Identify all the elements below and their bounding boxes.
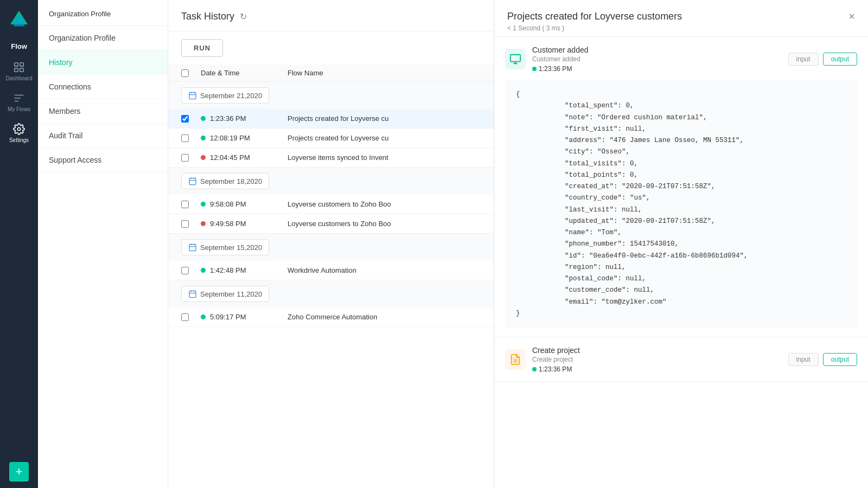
svg-rect-10 bbox=[189, 291, 196, 298]
step-subname: Create project bbox=[532, 356, 782, 363]
table-row[interactable]: 9:58:08 PM Loyverse customers to Zoho Bo… bbox=[168, 195, 494, 214]
svg-rect-8 bbox=[189, 178, 196, 185]
table-row[interactable]: 12:08:19 PM Projects created for Loyvers… bbox=[168, 129, 494, 148]
sidebar-header: Organization Profile bbox=[38, 0, 168, 26]
step-tab-output[interactable]: output bbox=[823, 53, 857, 66]
row-checkbox[interactable] bbox=[181, 201, 189, 208]
step-meta: Customer added Customer added 1:23:36 PM bbox=[532, 46, 782, 73]
date-label-sep18: September 18,2020 bbox=[181, 173, 269, 189]
step-icon-customer-added bbox=[505, 49, 526, 69]
status-dot-green bbox=[201, 116, 206, 121]
row-checkbox[interactable] bbox=[181, 154, 189, 162]
table-row[interactable]: 1:42:48 PM Workdrive Automation bbox=[168, 261, 494, 280]
row-flowname: Loyverse items synced to Invent bbox=[288, 153, 481, 162]
task-history-header: Task History ↻ bbox=[168, 0, 494, 31]
row-datetime: 9:58:08 PM bbox=[201, 200, 288, 208]
main-content: Task History ↻ RUN Date & Time Flow Name… bbox=[168, 0, 494, 488]
panel-body: Customer added Customer added 1:23:36 PM… bbox=[494, 37, 868, 488]
status-dot-green bbox=[201, 268, 206, 273]
date-group-sep21: September 21,2020 bbox=[168, 82, 494, 109]
step-tab-output[interactable]: output bbox=[823, 353, 857, 366]
sidebar-item-org-profile[interactable]: Organization Profile bbox=[38, 26, 168, 50]
sidebar-item-connections[interactable]: Connections bbox=[38, 75, 168, 99]
nav-settings-label: Settings bbox=[9, 137, 29, 143]
step-icon-create-project bbox=[505, 349, 526, 370]
panel-header: Projects created for Loyverse customers … bbox=[494, 0, 868, 37]
row-datetime: 9:49:58 PM bbox=[201, 220, 288, 228]
refresh-icon[interactable]: ↻ bbox=[240, 11, 247, 22]
step-card-create-project: Create project Create project 1:23:36 PM… bbox=[494, 337, 868, 382]
table-row[interactable]: 1:23:36 PM Projects created for Loyverse… bbox=[168, 109, 494, 129]
close-button[interactable]: × bbox=[848, 11, 855, 22]
step-tab-input[interactable]: input bbox=[788, 353, 819, 366]
row-datetime: 1:42:48 PM bbox=[201, 266, 288, 274]
step-header: Create project Create project 1:23:36 PM… bbox=[505, 346, 857, 373]
app-logo[interactable] bbox=[6, 7, 32, 33]
nav-item-settings[interactable]: Settings bbox=[0, 118, 38, 149]
step-tabs: input output bbox=[788, 353, 857, 366]
sidebar-item-members[interactable]: Members bbox=[38, 99, 168, 124]
date-label-sep11: September 11,2020 bbox=[181, 286, 269, 302]
right-panel: Projects created for Loyverse customers … bbox=[494, 0, 868, 488]
svg-rect-5 bbox=[20, 68, 23, 72]
run-button[interactable]: RUN bbox=[181, 39, 223, 57]
step-tabs: input output bbox=[788, 53, 857, 66]
panel-subtitle: < 1 Second ( 3 ms ) bbox=[507, 24, 682, 32]
status-dot-red bbox=[201, 155, 206, 160]
app-nav: Flow Dashboard My Flows Settings + bbox=[0, 0, 38, 488]
table-row[interactable]: 9:49:58 PM Loyverse customers to Zoho Bo… bbox=[168, 214, 494, 234]
step-name: Customer added bbox=[532, 46, 782, 54]
nav-item-myflows[interactable]: My Flows bbox=[0, 87, 38, 118]
row-flowname: Zoho Commerce Automation bbox=[288, 313, 481, 321]
date-label-sep21: September 21,2020 bbox=[181, 87, 269, 104]
select-all-checkbox[interactable] bbox=[181, 69, 189, 77]
table-row[interactable]: 12:04:45 PM Loyverse items synced to Inv… bbox=[168, 148, 494, 168]
svg-point-6 bbox=[17, 127, 21, 131]
row-checkbox[interactable] bbox=[181, 115, 189, 123]
step-time: 1:23:36 PM bbox=[532, 365, 782, 373]
status-dot-red bbox=[201, 221, 206, 226]
step-time: 1:23:36 PM bbox=[532, 65, 782, 73]
row-checkbox[interactable] bbox=[181, 134, 189, 142]
step-meta: Create project Create project 1:23:36 PM bbox=[532, 346, 782, 373]
table-row[interactable]: 5:09:17 PM Zoho Commerce Automation bbox=[168, 307, 494, 327]
col-header-flowname: Flow Name bbox=[288, 69, 481, 77]
table-header: Date & Time Flow Name bbox=[168, 65, 494, 82]
sidebar-item-history[interactable]: History bbox=[38, 50, 168, 75]
row-checkbox[interactable] bbox=[181, 220, 189, 228]
table-body: September 21,2020 1:23:36 PM Projects cr… bbox=[168, 82, 494, 488]
row-checkbox[interactable] bbox=[181, 313, 189, 321]
nav-app-name: Flow bbox=[0, 37, 38, 56]
row-datetime: 1:23:36 PM bbox=[201, 114, 288, 123]
col-header-datetime: Date & Time bbox=[201, 69, 288, 77]
step-tab-input[interactable]: input bbox=[788, 53, 819, 66]
row-datetime: 12:04:45 PM bbox=[201, 153, 288, 162]
nav-myflows-label: My Flows bbox=[8, 106, 30, 112]
svg-rect-7 bbox=[189, 93, 196, 99]
step-status-dot bbox=[532, 367, 537, 371]
sidebar-item-audit-trail[interactable]: Audit Trail bbox=[38, 124, 168, 148]
step-card-customer-added: Customer added Customer added 1:23:36 PM… bbox=[494, 37, 868, 337]
svg-rect-2 bbox=[15, 63, 18, 66]
row-flowname: Projects created for Loyverse cu bbox=[288, 134, 481, 142]
step-name: Create project bbox=[532, 346, 782, 355]
row-flowname: Loyverse customers to Zoho Boo bbox=[288, 200, 481, 208]
nav-item-dashboard[interactable]: Dashboard bbox=[0, 56, 38, 87]
step-json-output: { "total_spent": 0, "note": "Ordered cus… bbox=[505, 80, 857, 328]
panel-title: Projects created for Loyverse customers bbox=[507, 11, 682, 22]
nav-add-button[interactable]: + bbox=[9, 462, 29, 481]
svg-rect-9 bbox=[189, 245, 196, 251]
task-history-title: Task History bbox=[181, 11, 234, 22]
date-label-sep15: September 15,2020 bbox=[181, 239, 269, 255]
status-dot-green bbox=[201, 202, 206, 207]
sidebar-item-support-access[interactable]: Support Access bbox=[38, 148, 168, 172]
row-flowname: Workdrive Automation bbox=[288, 266, 481, 274]
row-flowname: Projects created for Loyverse cu bbox=[288, 114, 481, 123]
sidebar: Organization Profile Organization Profil… bbox=[38, 0, 168, 488]
status-dot-green bbox=[201, 136, 206, 140]
status-dot-green bbox=[201, 314, 206, 319]
row-checkbox[interactable] bbox=[181, 267, 189, 274]
date-group-sep18: September 18,2020 bbox=[168, 168, 494, 195]
step-status-dot bbox=[532, 67, 537, 71]
step-header: Customer added Customer added 1:23:36 PM… bbox=[505, 46, 857, 73]
